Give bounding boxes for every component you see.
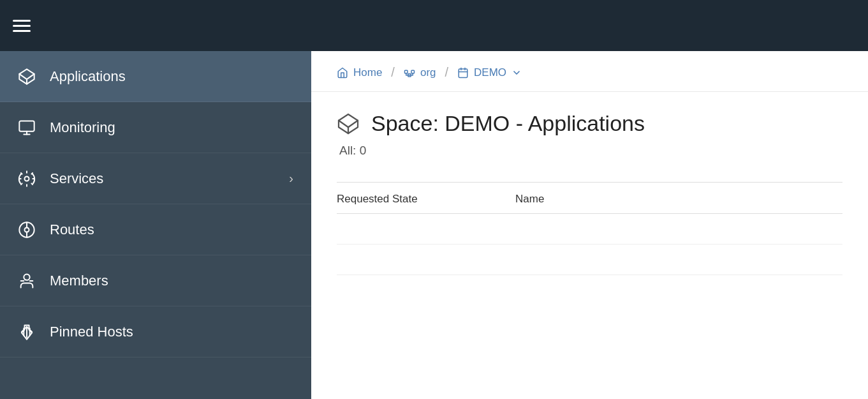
routes-icon: [18, 221, 36, 239]
table-area: Requested State Name: [337, 182, 842, 275]
top-bar: [0, 0, 868, 51]
sidebar-item-services[interactable]: Services ›: [0, 153, 311, 204]
page-subtitle: All: 0: [337, 144, 842, 158]
org-icon: [404, 67, 415, 79]
sidebar-item-pinned-hosts[interactable]: Pinned Hosts: [0, 306, 311, 358]
svg-rect-2: [19, 121, 34, 131]
breadcrumb-home[interactable]: Home: [337, 66, 382, 79]
svg-point-7: [25, 227, 29, 232]
svg-rect-23: [459, 69, 467, 78]
breadcrumb-sep-1: /: [391, 65, 395, 80]
svg-point-5: [25, 176, 29, 181]
sidebar-item-routes[interactable]: Routes: [0, 204, 311, 255]
page-title-row: Space: DEMO - Applications: [337, 111, 842, 136]
table-header: Requested State Name: [337, 183, 842, 214]
breadcrumb-home-label: Home: [353, 66, 382, 79]
page-title: Space: DEMO - Applications: [371, 111, 645, 136]
sidebar: Applications Monitoring: [0, 51, 311, 399]
page-header: Space: DEMO - Applications All: 0: [311, 92, 868, 164]
table-row-empty-1: [337, 214, 842, 245]
breadcrumb-sep-2: /: [445, 65, 449, 80]
breadcrumb-space-label: DEMO: [474, 66, 506, 79]
column-name: Name: [515, 193, 842, 206]
column-requested-state: Requested State: [337, 193, 515, 206]
chevron-down-icon: [511, 68, 522, 78]
content-area: Home / org /: [311, 51, 868, 399]
sidebar-item-applications-label: Applications: [50, 68, 293, 85]
sidebar-item-members[interactable]: Members: [0, 255, 311, 306]
services-icon: [18, 170, 36, 188]
sidebar-item-applications[interactable]: Applications: [0, 51, 311, 102]
breadcrumb-org[interactable]: org: [404, 66, 436, 79]
breadcrumb: Home / org /: [311, 51, 868, 92]
hamburger-menu[interactable]: [13, 20, 31, 32]
pin-icon: [18, 323, 36, 341]
page-title-icon: [337, 112, 360, 135]
sidebar-item-monitoring[interactable]: Monitoring: [0, 102, 311, 153]
table-row-empty-2: [337, 245, 842, 275]
sidebar-item-pinned-hosts-label: Pinned Hosts: [50, 324, 293, 340]
svg-point-10: [24, 274, 29, 280]
breadcrumb-space[interactable]: DEMO: [457, 66, 522, 79]
sidebar-item-routes-label: Routes: [50, 222, 293, 238]
members-icon: [18, 272, 36, 290]
cube-icon: [18, 68, 36, 86]
main-layout: Applications Monitoring: [0, 51, 868, 399]
space-icon: [457, 67, 469, 79]
sidebar-item-monitoring-label: Monitoring: [50, 119, 293, 136]
sidebar-item-members-label: Members: [50, 273, 293, 289]
services-chevron-icon: ›: [289, 171, 293, 186]
monitor-icon: [18, 119, 36, 137]
breadcrumb-org-label: org: [420, 66, 436, 79]
sidebar-item-services-label: Services: [50, 170, 289, 187]
home-icon: [337, 67, 348, 79]
